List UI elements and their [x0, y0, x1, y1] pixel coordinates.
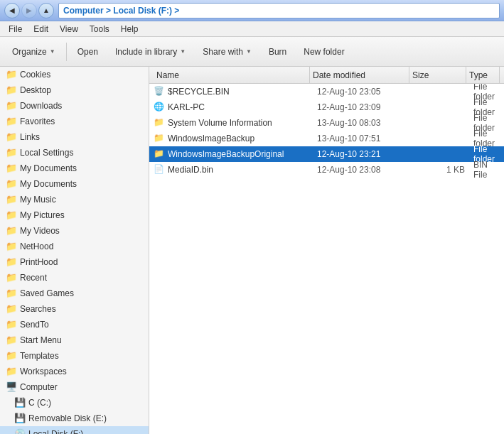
- sidebar-label-saved-games: Saved Games: [20, 288, 74, 298]
- sidebar-label-drive-e: Removable Disk (E:): [28, 413, 107, 423]
- sidebar-item-drive-e[interactable]: 💾 Removable Disk (E:): [0, 411, 149, 426]
- address-bar[interactable]: Computer > Local Disk (F:) >: [58, 3, 500, 18]
- sidebar-item-links[interactable]: 📁 Links: [0, 129, 149, 145]
- folder-icon: 📁: [6, 225, 17, 237]
- folder-icon: 📁: [6, 319, 17, 330]
- sidebar-item-searches[interactable]: 📁 Searches: [0, 301, 149, 317]
- new-folder-label: New folder: [304, 47, 344, 57]
- sidebar-label-desktop: Desktop: [20, 85, 51, 95]
- file-row-wibo[interactable]: 📁 WindowsImageBackupOriginal 12-Aug-10 2…: [149, 146, 504, 162]
- open-button[interactable]: Open: [70, 40, 106, 63]
- sidebar-item-downloads[interactable]: 📁 Downloads: [0, 98, 149, 114]
- address-text: Computer > Local Disk (F:) >: [63, 6, 179, 16]
- sidebar-item-cookies[interactable]: 📁 Cookies: [0, 67, 149, 82]
- sidebar-item-saved-games[interactable]: 📁 Saved Games: [0, 286, 149, 301]
- file-row-wib[interactable]: 📁 WindowsImageBackup 13-Aug-10 07:51 Fil…: [149, 131, 504, 146]
- menu-tools[interactable]: Tools: [84, 23, 115, 36]
- sidebar-label-nethood: NetHood: [20, 242, 53, 251]
- folder-icon: 📁: [6, 178, 17, 190]
- sidebar-label-printhood: PrintHood: [20, 257, 58, 267]
- folder-icon-sysvolume: 📁: [154, 117, 165, 129]
- file-row-recycle[interactable]: 🗑️ $RECYCLE.BIN 12-Aug-10 23:05 File fol…: [149, 84, 504, 99]
- forward-button[interactable]: ▶: [21, 3, 37, 18]
- sidebar-label-downloads: Downloads: [20, 101, 62, 111]
- folder-icon: 📁: [6, 163, 17, 174]
- organize-button[interactable]: Organize ▼: [4, 40, 63, 63]
- bin-file-icon: 📄: [154, 164, 165, 175]
- folder-icon: 📁: [6, 272, 17, 283]
- organize-arrow: ▼: [50, 48, 55, 55]
- sidebar-label-my-videos: My Videos: [20, 226, 60, 236]
- sidebar-item-local-settings[interactable]: 📁 Local Settings: [0, 145, 149, 161]
- sidebar-item-recent[interactable]: 📁 Recent: [0, 270, 149, 286]
- drive-f-icon: 💿: [14, 428, 26, 434]
- sidebar-label-start-menu: Start Menu: [20, 335, 62, 345]
- sidebar-item-my-videos[interactable]: 📁 My Videos: [0, 223, 149, 239]
- sidebar-item-templates[interactable]: 📁 Templates: [0, 348, 149, 364]
- menu-edit[interactable]: Edit: [28, 23, 54, 36]
- folder-icon: 📁: [6, 350, 17, 362]
- menu-file[interactable]: File: [3, 23, 28, 36]
- sidebar-item-my-pictures[interactable]: 📁 My Pictures: [0, 207, 149, 223]
- file-name-recycle: $RECYCLE.BIN: [168, 87, 317, 97]
- file-row-mediaid[interactable]: 📄 MediaID.bin 12-Aug-10 23:08 1 KB BIN F…: [149, 162, 504, 178]
- sidebar-label-drive-c: C (C:): [28, 398, 51, 408]
- sidebar-item-my-documents-2[interactable]: 📁 My Documents: [0, 176, 149, 192]
- nav-controls[interactable]: ◀ ▶ ▲: [4, 3, 54, 18]
- menu-view[interactable]: View: [54, 23, 84, 36]
- drive-e-icon: 💾: [14, 413, 26, 424]
- folder-icon: 📁: [6, 100, 17, 112]
- sidebar-item-start-menu[interactable]: 📁 Start Menu: [0, 332, 149, 348]
- folder-special-icon: 🌐: [154, 102, 165, 113]
- col-header-size[interactable]: Size: [409, 67, 466, 83]
- include-library-label: Include in library: [115, 47, 177, 57]
- file-date-wib: 13-Aug-10 07:51: [317, 134, 417, 143]
- sidebar-item-drive-c[interactable]: 💾 C (C:): [0, 395, 149, 411]
- sidebar-item-desktop[interactable]: 📁 Desktop: [0, 82, 149, 98]
- sidebar-label-my-music: My Music: [20, 195, 56, 205]
- sidebar-item-printhood[interactable]: 📁 PrintHood: [0, 254, 149, 270]
- include-library-arrow: ▼: [180, 48, 186, 55]
- folder-icon-wibo: 📁: [154, 148, 165, 160]
- back-button[interactable]: ◀: [4, 3, 20, 18]
- col-header-type[interactable]: Type: [466, 67, 500, 83]
- file-list: 🗑️ $RECYCLE.BIN 12-Aug-10 23:05 File fol…: [149, 84, 504, 434]
- menu-help[interactable]: Help: [115, 23, 144, 36]
- sidebar-item-my-music[interactable]: 📁 My Music: [0, 192, 149, 207]
- sidebar-item-drive-f[interactable]: 💿 Local Disk (F:): [0, 426, 149, 434]
- burn-button[interactable]: Burn: [261, 40, 294, 63]
- computer-icon: 🖥️: [6, 381, 17, 393]
- file-name-mediaid: MediaID.bin: [168, 165, 317, 175]
- sidebar-item-sendto[interactable]: 📁 SendTo: [0, 317, 149, 332]
- share-with-button[interactable]: Share with ▼: [195, 40, 259, 63]
- sidebar-label-my-documents-1: My Documents: [20, 163, 77, 173]
- file-row-karlpc[interactable]: 🌐 KARL-PC 12-Aug-10 23:09 File folder: [149, 99, 504, 115]
- folder-icon: 📁: [6, 303, 17, 315]
- sidebar-item-my-documents-1[interactable]: 📁 My Documents: [0, 161, 149, 176]
- col-header-date[interactable]: Date modified: [310, 67, 409, 83]
- include-library-button[interactable]: Include in library ▼: [107, 40, 193, 63]
- title-bar: ◀ ▶ ▲ Computer > Local Disk (F:) >: [0, 0, 504, 21]
- file-date-karlpc: 12-Aug-10 23:09: [317, 102, 417, 112]
- main-layout: 📁 Cookies 📁 Desktop 📁 Downloads 📁 Favori…: [0, 67, 504, 434]
- sidebar-label-cookies: Cookies: [20, 70, 50, 80]
- sidebar-item-favorites[interactable]: 📁 Favorites: [0, 114, 149, 129]
- file-name-wib: WindowsImageBackup: [168, 134, 317, 143]
- new-folder-button[interactable]: New folder: [296, 40, 352, 63]
- sidebar-label-links: Links: [20, 132, 40, 142]
- col-header-name[interactable]: Name: [154, 67, 310, 83]
- sidebar-item-nethood[interactable]: 📁 NetHood: [0, 239, 149, 254]
- toolbar: Organize ▼ Open Include in library ▼ Sha…: [0, 37, 504, 67]
- sidebar-label-favorites: Favorites: [20, 116, 55, 126]
- folder-icon: 📁: [6, 85, 17, 96]
- folder-icon: 📁: [6, 147, 17, 158]
- file-row-sysvolume[interactable]: 📁 System Volume Information 13-Aug-10 08…: [149, 115, 504, 131]
- up-button[interactable]: ▲: [38, 3, 54, 18]
- file-name-wibo: WindowsImageBackupOriginal: [168, 149, 317, 159]
- column-headers: Name Date modified Size Type: [149, 67, 504, 84]
- folder-icon: 📁: [6, 256, 17, 268]
- folder-icon: 📁: [6, 210, 17, 221]
- sidebar-item-computer[interactable]: 🖥️ Computer: [0, 379, 149, 395]
- folder-icon: 📁: [6, 241, 17, 252]
- sidebar-item-workspaces[interactable]: 📁 Workspaces: [0, 364, 149, 379]
